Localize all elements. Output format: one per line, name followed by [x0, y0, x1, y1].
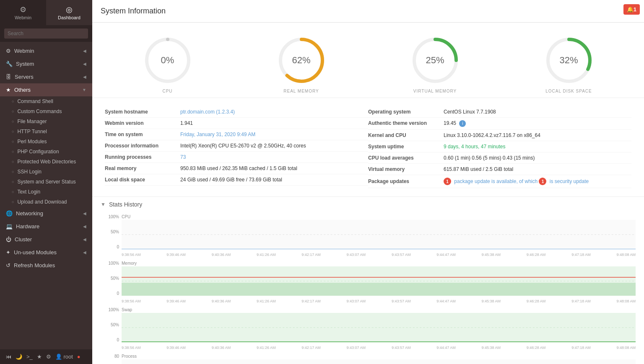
swap-x-labels: 9:38:56 AM 9:39:46 AM 9:40:36 AM 9:41:26… — [101, 345, 636, 350]
footer-alert-icon[interactable]: ● — [77, 354, 80, 360]
search-box — [0, 25, 92, 42]
sysinfo-package-updates: Package updates 1 package update is avai… — [368, 175, 631, 188]
sub-item-php-configuration[interactable]: PHP Configuration — [0, 147, 92, 157]
gauge-local-disk-circle: 32% — [544, 35, 594, 85]
gauge-virtual-memory-value: 25% — [426, 55, 444, 66]
main-content: System Information ↺ 🔔1 0% CPU — [92, 0, 644, 364]
sidebar-item-cluster[interactable]: ⏻Cluster ◀ — [0, 233, 92, 246]
gauge-local-disk-label: LOCAL DISK SPACE — [502, 89, 636, 93]
svg-marker-11 — [122, 283, 636, 296]
gauge-real-memory-value: 62% — [292, 55, 310, 66]
sub-item-protected-web-directories[interactable]: Protected Web Directories — [0, 157, 92, 167]
stats-history-title: Stats History — [109, 201, 142, 208]
sidebar-item-webmin[interactable]: ⚙Webmin ◀ — [0, 44, 92, 57]
sub-item-file-manager[interactable]: File Manager — [0, 116, 92, 126]
sysinfo-virtual-memory: Virtual memory 615.87 MiB used / 2.5 GiB… — [368, 164, 631, 175]
gauge-virtual-memory-circle: 25% — [410, 35, 460, 85]
sysinfo-local-disk: Local disk space 24 GiB used / 49.69 GiB… — [105, 174, 368, 186]
chevron-right-icon-2: ◀ — [83, 62, 86, 66]
process-chart-row: 80 40 0 Process — [101, 354, 636, 364]
stats-history-header[interactable]: ▼ Stats History — [101, 201, 636, 208]
tab-webmin[interactable]: ⚙ Webmin — [0, 0, 46, 25]
cpu-y-labels: 100% 50% 0 — [101, 214, 122, 249]
sub-item-ssh-login[interactable]: SSH Login — [0, 167, 92, 177]
cluster-icon: ⏻ — [6, 236, 11, 243]
sysinfo-load: CPU load averages 0.60 (1 min) 0.56 (5 m… — [368, 152, 631, 164]
memory-chart-svg — [122, 266, 636, 296]
gauge-real-memory-circle: 62% — [276, 35, 327, 85]
sidebar-item-refresh-modules[interactable]: ↺Refresh Modules — [0, 259, 92, 272]
sidebar-item-servers[interactable]: 🗄Servers ◀ — [0, 70, 92, 83]
gauge-virtual-memory-label: VIRTUAL MEMORY — [368, 89, 502, 93]
gauge-local-disk: 32% LOCAL DISK SPACE — [502, 35, 636, 93]
sidebar-item-hardware[interactable]: 💻Hardware ◀ — [0, 220, 92, 233]
memory-y-labels: 100% 50% 0 — [101, 261, 122, 296]
cpu-chart-label: CPU — [122, 214, 636, 219]
info-icon[interactable]: i — [459, 120, 466, 127]
content-header: System Information ↺ — [92, 0, 644, 23]
stats-history-section: ▼ Stats History 100% 50% 0 CPU — [92, 197, 644, 364]
sub-item-command-shell[interactable]: Command Shell — [0, 96, 92, 106]
cpu-chart-row: 100% 50% 0 CPU — [101, 214, 636, 249]
process-chart-area: Process — [122, 354, 636, 364]
gauge-real-memory-label: REAL MEMORY — [234, 89, 368, 93]
swap-chart-label: Swap — [122, 307, 636, 312]
memory-chart-wrap — [122, 266, 636, 296]
footer-user-icon[interactable]: 👤 root — [55, 354, 73, 360]
refresh-icon: ↺ — [6, 262, 10, 268]
sub-item-http-tunnel[interactable]: HTTP Tunnel — [0, 126, 92, 137]
sidebar-item-system[interactable]: 🔧System ◀ — [0, 57, 92, 70]
memory-chart-label: Memory — [122, 261, 636, 266]
footer-terminal-icon[interactable]: >_ — [26, 354, 33, 360]
sysinfo-uptime: System uptime 9 days, 4 hours, 47 minute… — [368, 141, 631, 152]
footer-moon-icon[interactable]: 🌙 — [16, 354, 22, 360]
process-chart-svg — [122, 359, 636, 364]
swap-chart-container: 100% 50% 0 Swap — [101, 307, 636, 350]
process-chart-wrap — [122, 359, 636, 364]
memory-chart-row: 100% 50% 0 Memory — [101, 261, 636, 296]
collapse-icon: ▼ — [101, 201, 106, 207]
swap-chart-row: 100% 50% 0 Swap — [101, 307, 636, 342]
swap-chart-svg — [122, 313, 636, 342]
sub-item-system-server-status[interactable]: System and Server Status — [0, 177, 92, 187]
sysinfo-real-memory: Real memory 950.83 MiB used / 262.35 MiB… — [105, 163, 368, 174]
content-area: System Information ↺ 🔔1 0% CPU — [92, 0, 644, 364]
servers-nav-icon: 🗄 — [6, 74, 11, 80]
sidebar-item-unused-modules[interactable]: ✦Un-used Modules ◀ — [0, 246, 92, 259]
networking-icon: 🌐 — [6, 210, 13, 217]
hardware-icon: 💻 — [6, 223, 13, 230]
sub-item-perl-modules[interactable]: Perl Modules — [0, 137, 92, 147]
others-nav-icon: ★ — [6, 87, 11, 93]
process-y-labels: 80 40 0 — [101, 354, 122, 364]
search-input[interactable] — [4, 28, 88, 39]
sub-item-upload-download[interactable]: Upload and Download — [0, 197, 92, 207]
footer-gear-icon[interactable]: ⚙ — [46, 354, 51, 360]
gauge-cpu-circle: 0% — [143, 35, 193, 85]
nav-section: ⚙Webmin ◀ 🔧System ◀ 🗄Servers ◀ ★Others ▼… — [0, 42, 92, 274]
sidebar-item-networking[interactable]: 🌐Networking ◀ — [0, 207, 92, 220]
webmin-icon: ⚙ — [3, 5, 44, 14]
chevron-right-icon: ◀ — [83, 49, 86, 53]
process-chart-container: 80 40 0 Process — [101, 354, 636, 364]
footer-skip-icon[interactable]: ⏮ — [6, 354, 11, 360]
cpu-chart-container: 100% 50% 0 CPU — [101, 214, 636, 257]
gauges-row: 0% CPU 62% REAL MEMORY — [92, 23, 644, 98]
cpu-chart-area: CPU — [122, 214, 636, 249]
sysinfo-time: Time on system Friday, January 31, 2020 … — [105, 129, 368, 140]
footer-star-icon[interactable]: ★ — [37, 354, 42, 360]
sysinfo-processor: Processor information Intel(R) Xeon(R) C… — [105, 140, 368, 152]
cpu-x-labels: 9:38:56 AM 9:39:46 AM 9:40:36 AM 9:41:26… — [101, 252, 636, 257]
process-chart-label: Process — [122, 354, 636, 359]
tab-dashboard[interactable]: ◎ Dashboard — [46, 0, 92, 25]
sub-item-custom-commands[interactable]: Custom Commands — [0, 106, 92, 116]
sidebar-item-others[interactable]: ★Others ▼ — [0, 83, 92, 96]
chevron-down-icon: ▼ — [82, 88, 86, 92]
sidebar: ⚙ Webmin ◎ Dashboard ⚙Webmin ◀ 🔧System ◀… — [0, 0, 92, 364]
system-nav-icon: 🔧 — [6, 61, 13, 67]
sysinfo-kernel: Kernel and CPU Linux 3.10.0-1062.4.2.vz7… — [368, 130, 631, 141]
update-badge-2: 1 — [539, 178, 546, 185]
notification-button[interactable]: 🔔1 — [623, 4, 640, 15]
page-title: System Information — [101, 7, 166, 15]
sub-item-text-login[interactable]: Text Login — [0, 187, 92, 197]
swap-chart-area: Swap — [122, 307, 636, 342]
